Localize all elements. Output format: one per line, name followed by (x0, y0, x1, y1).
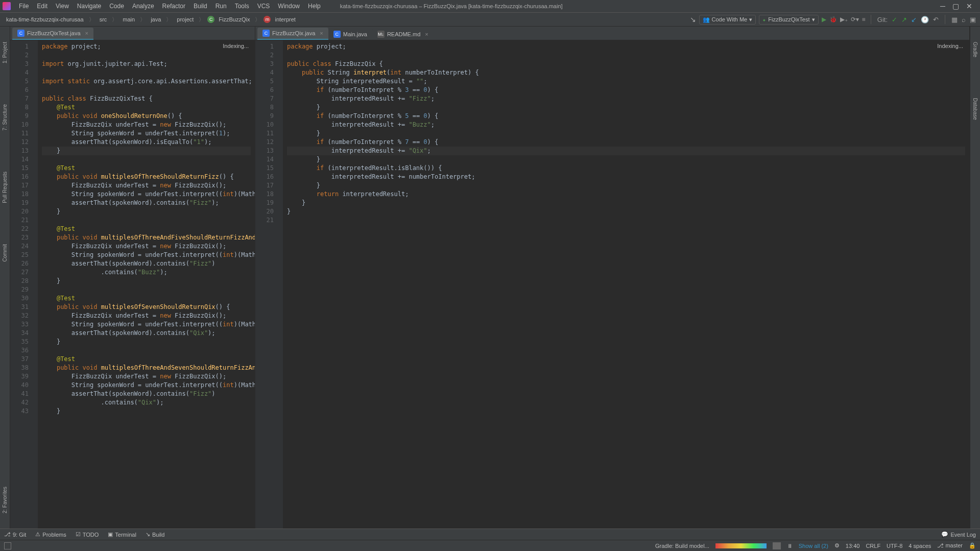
tab-fizzbuzzqixtest[interactable]: C FizzBuzzQixTest.java × (12, 28, 93, 40)
menu-navigate[interactable]: Navigate (73, 3, 105, 10)
people-icon: 👥 (703, 16, 710, 23)
git-rollback-icon[interactable]: ↶ (933, 16, 939, 23)
menu-analyze[interactable]: Analyze (128, 3, 158, 10)
java-file-icon: C (17, 30, 25, 37)
tab-label: FizzBuzzQix.java (272, 30, 315, 36)
right-tool-rail: Gradle Database (970, 27, 980, 529)
processes-icon[interactable]: ⚙ (834, 542, 840, 549)
menu-file[interactable]: File (15, 3, 33, 10)
menu-help[interactable]: Help (304, 3, 325, 10)
git-label: Git: (877, 16, 888, 23)
right-fold-gutter[interactable] (277, 40, 283, 529)
stop-button[interactable]: ■ (862, 16, 866, 23)
tool-git[interactable]: ⎇9: Git (4, 531, 26, 538)
todo-icon: ☑ (76, 531, 81, 538)
rail-pull-requests[interactable]: Pull Requests (2, 172, 8, 203)
crumb-root[interactable]: kata-time-fizzbuzzqix-churusaa (4, 15, 86, 23)
tool-terminal[interactable]: ▣Terminal (108, 531, 136, 538)
git-branch-icon: ⎇ (937, 542, 945, 548)
progress-bar[interactable] (715, 543, 767, 548)
coverage-button[interactable]: ▶₊ (840, 16, 848, 23)
lock-icon[interactable]: 🔒 (969, 542, 976, 549)
tool-window-toggle-icon[interactable] (4, 542, 11, 549)
status-bar: Gradle: Build model... ⏸ Show all (2) ⚙ … (0, 540, 980, 551)
right-tabs: C FizzBuzzQix.java × C Main.java M↓ READ… (255, 27, 969, 40)
menu-tools[interactable]: Tools (231, 3, 253, 10)
tool-build[interactable]: ↘Build (146, 531, 164, 538)
file-encoding[interactable]: UTF-8 (887, 543, 902, 549)
run-config-label: FizzBuzzQixTest (768, 16, 809, 22)
debug-button[interactable]: 🐞 (829, 16, 837, 23)
maximize-button[interactable]: ▢ (952, 2, 959, 10)
hammer-icon: ↘ (146, 531, 150, 538)
crumb-class[interactable]: FizzBuzzQix (217, 15, 252, 23)
tool-todo[interactable]: ☑TODO (76, 531, 99, 538)
caret-position[interactable]: 13:40 (846, 543, 860, 549)
search-everywhere-icon[interactable]: ⌕ (962, 16, 966, 23)
rail-commit[interactable]: Commit (2, 244, 8, 261)
markdown-file-icon: M↓ (377, 31, 385, 38)
tab-main-java[interactable]: C Main.java (328, 29, 372, 40)
java-file-icon: C (262, 30, 270, 37)
menu-run[interactable]: Run (211, 3, 231, 10)
rail-structure[interactable]: 7: Structure (2, 104, 8, 131)
git-branch-status[interactable]: ⎇ master (937, 542, 963, 549)
right-gutter[interactable]: 123456789101112131415161718192021 (255, 40, 277, 529)
chevron-down-icon: ▾ (749, 16, 752, 23)
left-gutter[interactable]: 1234567891011121314151617181920212223242… (10, 40, 32, 529)
code-with-me-combo[interactable]: 👥 Code With Me ▾ (699, 15, 756, 25)
menu-build[interactable]: Build (189, 3, 211, 10)
rail-favorites[interactable]: 2: Favorites (2, 487, 8, 513)
crumb-project[interactable]: project (175, 15, 196, 23)
code-with-me-label: Code With Me (712, 16, 748, 22)
close-icon[interactable]: × (85, 30, 88, 36)
pause-icon[interactable]: ⏸ (787, 543, 793, 549)
progress-cat-icon (773, 542, 781, 549)
left-code-area[interactable]: package project; import org.junit.jupite… (38, 40, 255, 529)
rail-database[interactable]: Database (972, 98, 978, 120)
tab-fizzbuzzqix[interactable]: C FizzBuzzQix.java × (257, 28, 328, 40)
show-all-link[interactable]: Show all (2) (799, 543, 828, 549)
crumb-main[interactable]: main (121, 15, 137, 23)
class-icon: C (207, 16, 214, 23)
run-button[interactable]: ▶ (822, 16, 826, 23)
crumb-java[interactable]: java (149, 15, 163, 23)
menu-window[interactable]: Window (274, 3, 304, 10)
indexing-label: Indexing... (221, 42, 251, 50)
profile-button[interactable]: ⟳▾ (851, 16, 859, 23)
run-config-icon: ⬥ (762, 16, 766, 22)
menu-view[interactable]: View (52, 3, 73, 10)
menu-edit[interactable]: Edit (33, 3, 52, 10)
indent-info[interactable]: 4 spaces (909, 543, 931, 549)
minimize-button[interactable]: ─ (940, 2, 945, 10)
rail-gradle[interactable]: Gradle (972, 42, 978, 57)
left-fold-gutter[interactable] (32, 40, 38, 529)
rail-project[interactable]: 1: Project (2, 42, 8, 63)
git-history-icon[interactable]: 🕐 (921, 16, 929, 23)
git-branch-icon: ⎇ (4, 531, 11, 538)
tool-problems[interactable]: ⚠Problems (35, 531, 66, 538)
tab-readme[interactable]: M↓ README.md × (372, 29, 434, 40)
breadcrumb: kata-time-fizzbuzzqix-churusaa〉 src〉 mai… (4, 15, 298, 23)
close-icon[interactable]: × (320, 30, 323, 36)
left-tabs: C FizzBuzzQixTest.java × (10, 27, 255, 40)
git-push-icon[interactable]: ↗ (901, 16, 907, 23)
close-button[interactable]: ✕ (966, 2, 972, 10)
menu-code[interactable]: Code (105, 3, 128, 10)
git-commit-icon[interactable]: ✓ (892, 16, 897, 23)
ide-tools-icon[interactable]: ▣ (970, 16, 976, 23)
line-separator[interactable]: CRLF (866, 543, 880, 549)
window-title: kata-time-fizzbuzzqix-churusaa – FizzBuz… (340, 3, 563, 9)
crumb-src[interactable]: src (98, 15, 109, 23)
build-icon[interactable]: ↘ (690, 15, 696, 23)
right-code-area[interactable]: package project; public class FizzBuzzQi… (283, 40, 969, 529)
settings-icon[interactable]: ▦ (951, 16, 958, 23)
menu-vcs[interactable]: VCS (253, 3, 274, 10)
crumb-method[interactable]: interpret (273, 15, 297, 23)
method-icon: m (264, 16, 271, 23)
tool-event-log[interactable]: 💬Event Log (941, 531, 976, 538)
run-config-combo[interactable]: ⬥ FizzBuzzQixTest ▾ (759, 15, 818, 25)
git-update-icon[interactable]: ↙ (911, 16, 917, 23)
menu-refactor[interactable]: Refactor (158, 3, 189, 10)
close-icon[interactable]: × (425, 31, 428, 37)
